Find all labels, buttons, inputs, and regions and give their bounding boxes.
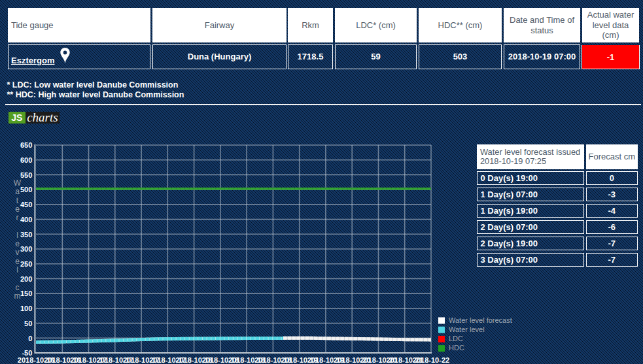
svg-text:400: 400	[20, 216, 32, 223]
svg-text:450: 450	[20, 201, 32, 208]
svg-text:v: v	[16, 248, 20, 257]
svg-text:m: m	[14, 291, 21, 301]
svg-text:l: l	[16, 231, 18, 240]
svg-text:e: e	[15, 257, 20, 266]
svg-text:a: a	[15, 187, 20, 196]
svg-text:2018-10-22: 2018-10-22	[413, 356, 449, 364]
svg-text:200: 200	[20, 275, 32, 283]
svg-text:e: e	[15, 205, 20, 214]
svg-text:LDC: LDC	[449, 335, 463, 342]
svg-text:W: W	[14, 178, 22, 188]
svg-text:250: 250	[20, 260, 32, 268]
svg-text:0: 0	[28, 335, 32, 342]
svg-text:350: 350	[20, 231, 32, 239]
svg-text:100: 100	[20, 305, 32, 312]
svg-text:HDC: HDC	[449, 344, 464, 352]
svg-text:r: r	[16, 213, 19, 222]
svg-text:50: 50	[24, 320, 32, 327]
svg-text:l: l	[16, 265, 18, 274]
svg-text:t: t	[16, 196, 19, 205]
svg-text:150: 150	[20, 290, 32, 297]
svg-text:c: c	[16, 283, 20, 292]
svg-text:550: 550	[20, 171, 32, 179]
svg-text:e: e	[15, 239, 20, 248]
svg-text:300: 300	[20, 245, 32, 253]
svg-text:650: 650	[20, 141, 32, 149]
svg-text:600: 600	[20, 156, 32, 164]
svg-text:Water level forecast: Water level forecast	[449, 316, 512, 324]
svg-text:500: 500	[20, 186, 32, 193]
svg-text:Water level: Water level	[449, 325, 485, 333]
